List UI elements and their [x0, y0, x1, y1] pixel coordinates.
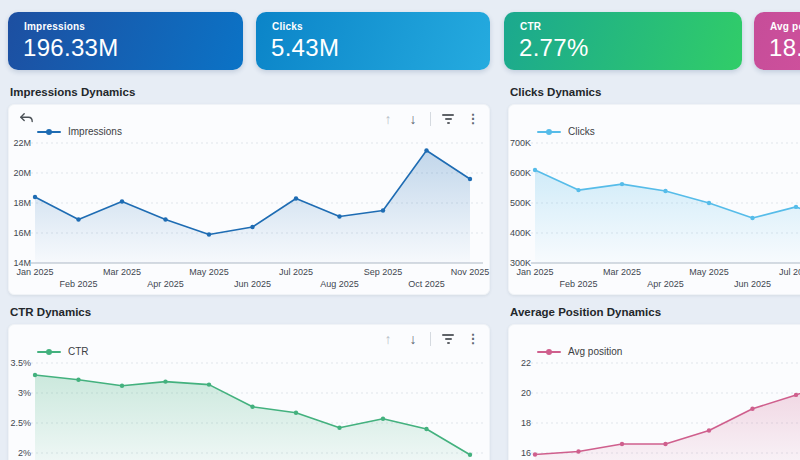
svg-text:16: 16	[521, 448, 531, 458]
svg-text:Jul 2025: Jul 2025	[779, 267, 800, 277]
svg-text:Jun 2025: Jun 2025	[734, 279, 771, 289]
kpi-card-clicks[interactable]: Clicks 5.43M	[256, 12, 490, 70]
svg-text:20M: 20M	[13, 168, 31, 178]
kpi-value: 196.33M	[23, 34, 119, 62]
kpi-label: Impressions	[24, 21, 85, 32]
kpi-card-avg-position[interactable]: Avg position 18.0	[754, 12, 800, 70]
avg-position-line-chart[interactable]: 22201816Jan 2025Feb 2025Mar 2025Apr 2025…	[509, 325, 800, 460]
clicks-line-chart[interactable]: 700K600K500K400K300KJan 2025Feb 2025Mar …	[509, 105, 800, 296]
kpi-label: CTR	[520, 21, 541, 32]
svg-text:Apr 2025: Apr 2025	[647, 279, 684, 289]
svg-text:Jan 2025: Jan 2025	[16, 267, 53, 277]
svg-text:May 2025: May 2025	[689, 267, 729, 277]
panel-ctr-dynamics: CTR Dynamics ↑ ↓ ⋮ CTR 3.5%3%2.5%2%Jan 2…	[8, 306, 490, 460]
svg-text:Jul 2025: Jul 2025	[279, 267, 313, 277]
kpi-label: Avg position	[770, 21, 800, 32]
svg-text:Feb 2025: Feb 2025	[59, 279, 97, 289]
svg-text:20: 20	[521, 388, 531, 398]
svg-text:16M: 16M	[13, 228, 31, 238]
svg-text:Oct 2025: Oct 2025	[408, 279, 445, 289]
chart-card: ↑ ↓ ⋮ Avg position 22201816Jan 2025Feb 2…	[508, 324, 800, 460]
svg-text:3%: 3%	[18, 388, 31, 398]
svg-text:Jan 2025: Jan 2025	[516, 267, 553, 277]
svg-text:May 2025: May 2025	[189, 267, 229, 277]
svg-text:Sep 2025: Sep 2025	[364, 267, 403, 277]
svg-text:22M: 22M	[13, 138, 31, 148]
panel-title: CTR Dynamics	[10, 306, 490, 318]
svg-text:Mar 2025: Mar 2025	[603, 267, 641, 277]
impressions-line-chart[interactable]: 22M20M18M16M14MJan 2025Feb 2025Mar 2025A…	[9, 105, 491, 296]
chart-card: ↑ ↓ ⋮ Impressions 22M20M18M16M14MJan 202…	[8, 104, 490, 295]
panel-title: Average Position Dynamics	[510, 306, 800, 318]
svg-text:600K: 600K	[510, 168, 531, 178]
kpi-value: 5.43M	[271, 34, 339, 62]
chart-card: ↑ ↓ ⋮ CTR 3.5%3%2.5%2%Jan 2025Feb 2025Ma…	[8, 324, 490, 460]
ctr-line-chart[interactable]: 3.5%3%2.5%2%Jan 2025Feb 2025Mar 2025Apr …	[9, 325, 491, 460]
svg-text:18M: 18M	[13, 198, 31, 208]
svg-text:Feb 2025: Feb 2025	[559, 279, 597, 289]
svg-text:2.5%: 2.5%	[10, 418, 31, 428]
svg-text:3.5%: 3.5%	[10, 358, 31, 368]
svg-text:400K: 400K	[510, 228, 531, 238]
panel-average-position-dynamics: Average Position Dynamics ↑ ↓ ⋮ Avg posi…	[508, 306, 800, 460]
panel-impressions-dynamics: Impressions Dynamics ↑ ↓ ⋮ Impressions 2…	[8, 86, 490, 295]
kpi-card-impressions[interactable]: Impressions 196.33M	[8, 12, 243, 70]
svg-text:500K: 500K	[510, 198, 531, 208]
svg-text:18: 18	[521, 418, 531, 428]
svg-text:700K: 700K	[510, 138, 531, 148]
kpi-value: 18.0	[769, 34, 800, 62]
kpi-card-ctr[interactable]: CTR 2.77%	[504, 12, 742, 70]
panel-title: Clicks Dynamics	[510, 86, 800, 98]
svg-text:2%: 2%	[18, 448, 31, 458]
svg-text:Aug 2025: Aug 2025	[320, 279, 359, 289]
panel-clicks-dynamics: Clicks Dynamics ↑ ↓ ⋮ Clicks 700K600K500…	[508, 86, 800, 295]
kpi-label: Clicks	[272, 21, 303, 32]
svg-text:Apr 2025: Apr 2025	[147, 279, 184, 289]
svg-text:22: 22	[521, 358, 531, 368]
svg-text:Nov 2025: Nov 2025	[451, 267, 490, 277]
svg-text:Mar 2025: Mar 2025	[103, 267, 141, 277]
kpi-value: 2.77%	[519, 34, 589, 62]
panel-title: Impressions Dynamics	[10, 86, 490, 98]
chart-card: ↑ ↓ ⋮ Clicks 700K600K500K400K300KJan 202…	[508, 104, 800, 295]
svg-text:Jun 2025: Jun 2025	[234, 279, 271, 289]
